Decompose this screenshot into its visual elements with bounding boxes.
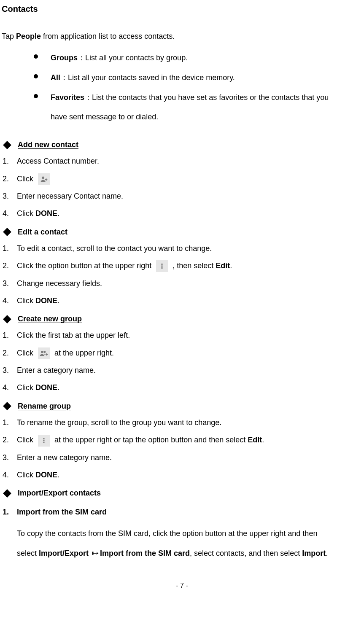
body-bold: Import from the SIM card [100, 549, 190, 557]
svg-point-4 [41, 351, 43, 353]
step-text: Click [17, 436, 35, 444]
step-text: Access Contact number. [17, 157, 99, 165]
bullet-bold: Groups [51, 54, 78, 62]
step: Click DONE. [3, 292, 364, 310]
section-heading-label: Add new contact [18, 140, 78, 149]
step-text: Click [17, 349, 35, 357]
bullet-rest: List all your contacts saved in the devi… [68, 73, 235, 82]
svg-rect-3 [162, 267, 163, 269]
section-heading-create: Create new group [4, 315, 364, 323]
overflow-menu-icon [38, 435, 50, 447]
step: Enter necessary Contact name. [3, 188, 364, 205]
diamond-icon [3, 228, 11, 236]
overflow-menu-icon [156, 260, 168, 272]
step-text: Click the first tab at the upper left. [17, 331, 130, 339]
step: Click DONE. [3, 379, 364, 396]
body-text: select [17, 549, 39, 557]
svg-rect-1 [162, 264, 163, 265]
step-text: . [57, 209, 59, 218]
steps-create: Click the first tab at the upper left. C… [0, 327, 364, 397]
section-heading-add: Add new contact [4, 140, 364, 149]
step-text: Enter a category name. [17, 366, 96, 374]
diamond-icon [3, 141, 11, 149]
step-text: . [57, 296, 59, 305]
bullet-favorites: Favorites：List the contacts that you hav… [34, 88, 364, 127]
step-text: Enter necessary Contact name. [17, 192, 123, 200]
arrow-icon [92, 544, 99, 563]
bullet-rest: List the contacts that you have set as f… [92, 93, 329, 102]
import-sim-body: To copy the contacts from the SIM card, … [17, 524, 364, 563]
steps-edit: To edit a contact, scroll to the contact… [0, 240, 364, 310]
svg-rect-2 [162, 266, 163, 267]
step-text: . [57, 383, 59, 392]
bullet-bold: All [51, 73, 60, 82]
step-text: , then select [173, 261, 216, 270]
step: To edit a contact, scroll to the contact… [3, 240, 364, 257]
section-heading-label: Import/Export contacts [18, 489, 101, 498]
steps-add: Access Contact number. Click Enter neces… [0, 153, 364, 223]
step-text: . [57, 471, 59, 479]
step: Click DONE. [3, 466, 364, 484]
step: Click at the upper right or tap the opti… [3, 431, 364, 449]
page-title: Contacts [2, 4, 364, 14]
diamond-icon [3, 402, 11, 410]
body-bold: Import [302, 549, 326, 557]
step: Enter a category name. [3, 362, 364, 379]
intro-pre: Tap [2, 32, 16, 40]
diamond-icon [3, 489, 11, 498]
step: Click the option button at the upper rig… [3, 257, 364, 275]
svg-rect-7 [43, 440, 45, 441]
step-bold: DONE [35, 383, 57, 392]
body-line: select Import/Export Import from the SIM… [17, 544, 364, 564]
section-heading-label: Create new group [18, 315, 82, 323]
bullet-continuation: have sent message to or dialed. [51, 107, 364, 127]
step-text: To edit a contact, scroll to the contact… [17, 244, 212, 253]
bullet-groups: Groups：List all your contacts by group. [34, 48, 364, 68]
svg-rect-8 [43, 442, 45, 443]
bullet-all: All：List all your contacts saved in the … [34, 68, 364, 88]
step-text: . [262, 436, 264, 444]
section-heading-rename: Rename group [4, 402, 364, 411]
step-bold: Edit [248, 436, 262, 444]
add-contact-icon [38, 173, 50, 185]
step: Access Contact number. [3, 153, 364, 170]
step-text: Click the option button at the upper rig… [17, 261, 154, 270]
body-line: To copy the contacts from the SIM card, … [17, 524, 364, 544]
step-bold: DONE [35, 296, 57, 305]
add-group-icon [38, 347, 50, 359]
body-text: . [326, 549, 328, 557]
step-bold: Edit [216, 261, 230, 270]
feature-bullet-list: Groups：List all your contacts by group. … [0, 48, 364, 127]
page-number: - 7 - [0, 582, 364, 590]
body-bold: Import/Export [39, 549, 91, 557]
step-bold: DONE [35, 209, 57, 218]
svg-point-5 [43, 351, 46, 353]
document-page: Contacts Tap People from application lis… [0, 4, 364, 622]
intro-post: from application list to access contacts… [41, 32, 175, 40]
import-sim-title: Import from the SIM card [17, 508, 107, 516]
step-text: Click [17, 209, 35, 218]
svg-rect-6 [43, 438, 45, 439]
step-text: Click [17, 296, 35, 305]
importexport-list: Import from the SIM card To copy the con… [0, 504, 364, 563]
step: Enter a new category name. [3, 449, 364, 466]
step-text: To rename the group, scroll to the group… [17, 418, 221, 427]
step: To rename the group, scroll to the group… [3, 414, 364, 431]
step-text: at the upper right or tap the option but… [54, 436, 248, 444]
bullet-rest: List all your contacts by group. [85, 54, 188, 62]
import-sim-item: Import from the SIM card To copy the con… [3, 504, 364, 563]
bullet-colon: ： [84, 93, 92, 102]
bullet-bold: Favorites [51, 93, 84, 102]
step: Click DONE. [3, 205, 364, 222]
bullet-colon: ： [78, 54, 85, 62]
svg-point-0 [42, 176, 44, 179]
diamond-icon [3, 315, 11, 323]
steps-rename: To rename the group, scroll to the group… [0, 414, 364, 484]
step: Change necessary fields. [3, 275, 364, 292]
step-text: . [230, 261, 232, 270]
intro-paragraph: Tap People from application list to acce… [2, 31, 364, 42]
step-bold: DONE [35, 471, 57, 479]
section-heading-label: Edit a contact [18, 228, 67, 237]
step-text: Change necessary fields. [17, 279, 102, 288]
step-text: Click [17, 471, 35, 479]
